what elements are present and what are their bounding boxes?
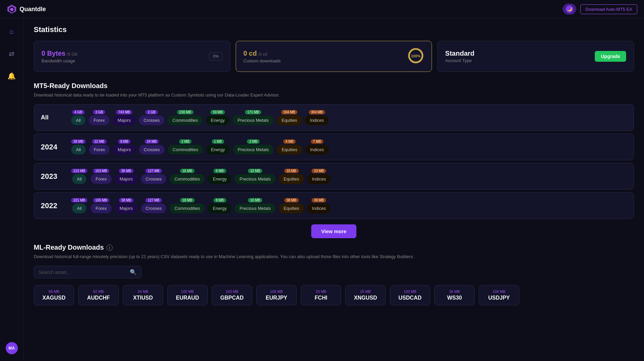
- asset-card-xtiusd[interactable]: 34 MB XTIUSD: [123, 285, 163, 305]
- asset-card-gbpcad[interactable]: 103 MB GBPCAD: [212, 285, 252, 305]
- year-2023-row: 2023 213 MB All 163 MB Forex 36 MB Major…: [41, 169, 627, 184]
- download-ea-button[interactable]: Download Auto-MT5 EA: [580, 4, 637, 14]
- chip-2022-forex[interactable]: 165 MB Forex: [91, 198, 111, 213]
- chip-2023-indices[interactable]: 33 MB Indices: [307, 169, 330, 184]
- chip-2024-indices[interactable]: 7 MB Indices: [305, 139, 329, 155]
- chip-2023-forex[interactable]: 163 MB Forex: [91, 169, 111, 184]
- asset-card-fchi[interactable]: 33 MB FCHI: [301, 285, 341, 305]
- asset-card-usdcad[interactable]: 103 MB USDCAD: [390, 285, 430, 305]
- chip-2022-precious-metals[interactable]: 10 MB Precious Metals: [235, 198, 275, 213]
- stats-row: 0 Bytes /5 GB Bandwidth usage 0% 0 cd /0…: [34, 41, 634, 72]
- year-2022-label: 2022: [41, 201, 68, 210]
- user-avatar[interactable]: MA: [6, 342, 18, 354]
- svg-text:100%: 100%: [411, 54, 420, 58]
- chip-2023-precious-metals[interactable]: 10 MB Precious Metals: [235, 169, 275, 184]
- bandwidth-value: 0 Bytes /5 GB: [41, 50, 77, 57]
- mt5-section-title: MT5-Ready Downloads: [34, 82, 634, 90]
- year-2024-section: 2024 28 MB All 22 MB Forex 8 MB Majors 2…: [34, 134, 634, 160]
- asset-cards-row: 68 MB XAGUSD 92 MB AUDCHF 34 MB XTIUSD 1…: [34, 285, 634, 305]
- upgrade-button[interactable]: Upgrade: [595, 51, 626, 62]
- custom-downloads-label: Custom downloads: [243, 58, 281, 63]
- search-input[interactable]: [39, 270, 127, 275]
- asset-card-usdjpy[interactable]: 104 MB USDJPY: [479, 285, 519, 305]
- custom-downloads-number: 0 cd: [243, 50, 257, 57]
- year-2022-section: 2022 221 MB All 165 MB Forex 38 MB Major…: [34, 192, 634, 219]
- chip-2022-majors[interactable]: 38 MB Majors: [115, 198, 138, 213]
- nav-transfer-icon[interactable]: ⇄: [6, 48, 18, 60]
- ml-section-desc: Download historical full-range minutely …: [34, 254, 634, 259]
- asset-card-eurjpy[interactable]: 109 MB EURJPY: [256, 285, 297, 305]
- ml-info-icon[interactable]: i: [107, 245, 113, 251]
- header-actions: 🌙 Download Auto-MT5 EA: [563, 4, 637, 15]
- chip-2023-all[interactable]: 213 MB All: [71, 169, 87, 184]
- chip-2023-majors[interactable]: 36 MB Majors: [115, 169, 138, 184]
- chip-all-all[interactable]: 4 GB All: [71, 110, 85, 125]
- all-download-row: All 4 GB All 3 GB Forex 743 MB Majors 2 …: [41, 110, 627, 125]
- chip-2022-all[interactable]: 221 MB All: [71, 198, 87, 213]
- asset-card-ws30[interactable]: 36 MB WS30: [434, 285, 475, 305]
- ml-section-title: ML-Ready Downloads i: [34, 244, 634, 251]
- asset-card-xngusd[interactable]: 25 MB XNGUSD: [345, 285, 386, 305]
- chip-2024-equities[interactable]: 4 MB Equities: [277, 139, 302, 155]
- account-subtitle: Account Type: [445, 58, 474, 63]
- asset-card-euraud[interactable]: 100 MB EURAUD: [167, 285, 208, 305]
- bandwidth-unit: /5 GB: [67, 52, 78, 57]
- chip-2023-crosses[interactable]: 127 MB Crosses: [141, 169, 167, 184]
- chip-all-energy[interactable]: 59 MB Energy: [206, 110, 229, 125]
- chip-2024-majors[interactable]: 8 MB Majors: [113, 139, 136, 155]
- chip-all-crosses[interactable]: 2 GB Crosses: [139, 110, 165, 125]
- chip-2024-crosses[interactable]: 24 MB Crosses: [139, 139, 165, 155]
- custom-downloads-circle: 100%: [407, 47, 424, 65]
- main-content: Statistics 0 Bytes /5 GB Bandwidth usage…: [24, 19, 644, 361]
- chip-2022-energy[interactable]: 8 MB Energy: [208, 198, 231, 213]
- left-nav: ⌂ ⇄ 🔔 MA: [0, 19, 24, 361]
- all-row-section: All 4 GB All 3 GB Forex 743 MB Majors 2 …: [34, 104, 634, 131]
- view-more-button[interactable]: View more: [311, 224, 357, 238]
- year-2022-row: 2022 221 MB All 165 MB Forex 38 MB Major…: [41, 198, 627, 213]
- chip-all-commodities[interactable]: 230 MB Commodities: [168, 110, 203, 125]
- chip-2024-forex[interactable]: 22 MB Forex: [89, 139, 110, 155]
- chip-all-forex[interactable]: 3 GB Forex: [89, 110, 109, 125]
- custom-downloads-card: 0 cd /0 cd Custom downloads 100%: [236, 41, 432, 72]
- custom-downloads-value: 0 cd /0 cd: [243, 50, 281, 57]
- nav-notifications-icon[interactable]: 🔔: [6, 70, 18, 82]
- search-bar: 🔍: [34, 266, 142, 278]
- search-icon: 🔍: [130, 269, 137, 275]
- chip-2022-crosses[interactable]: 127 MB Crosses: [141, 198, 167, 213]
- account-type-card: Standard Account Type Upgrade: [437, 41, 634, 72]
- chip-all-indices[interactable]: 304 MB Indices: [305, 110, 328, 125]
- app-header: Quantdle 🌙 Download Auto-MT5 EA: [0, 0, 644, 19]
- chip-2022-commodities[interactable]: 18 MB Commodities: [170, 198, 205, 213]
- chip-2023-energy[interactable]: 6 MB Energy: [208, 169, 231, 184]
- chip-all-precious-metals[interactable]: 171 MB Precious Metals: [233, 110, 273, 125]
- logo: Quantdle: [7, 4, 46, 14]
- chip-all-majors[interactable]: 743 MB Majors: [113, 110, 136, 125]
- bandwidth-percent: 0%: [209, 52, 222, 60]
- chip-2024-commodities[interactable]: 2 MB Commodities: [168, 139, 203, 155]
- bandwidth-label: Bandwidth usage: [41, 58, 77, 63]
- view-more-container: View more: [34, 224, 634, 238]
- year-2024-label: 2024: [41, 143, 68, 151]
- chip-2023-commodities[interactable]: 16 MB Commodities: [170, 169, 205, 184]
- asset-card-xagusd[interactable]: 68 MB XAGUSD: [34, 285, 74, 305]
- chip-2024-energy[interactable]: 1 MB Energy: [206, 139, 230, 155]
- account-type: Standard: [445, 50, 474, 57]
- chip-2022-indices[interactable]: 38 MB Indices: [307, 198, 330, 213]
- account-info: Standard Account Type: [445, 50, 474, 63]
- chip-2024-all[interactable]: 28 MB All: [71, 139, 86, 155]
- theme-toggle[interactable]: 🌙: [563, 4, 576, 15]
- chip-2024-precious-metals[interactable]: 2 MB Precious Metals: [233, 139, 273, 155]
- mt5-section-desc: Download historical data ready to be loa…: [34, 92, 634, 98]
- bandwidth-card: 0 Bytes /5 GB Bandwidth usage 0%: [34, 41, 230, 72]
- asset-card-audchf[interactable]: 92 MB AUDCHF: [78, 285, 119, 305]
- page-title: Statistics: [34, 25, 634, 34]
- logo-text: Quantdle: [20, 6, 46, 13]
- chip-all-equities[interactable]: 304 MB Equities: [277, 110, 302, 125]
- all-label: All: [41, 114, 68, 121]
- year-2024-row: 2024 28 MB All 22 MB Forex 8 MB Majors 2…: [41, 139, 627, 155]
- bandwidth-info: 0 Bytes /5 GB Bandwidth usage: [41, 50, 77, 63]
- nav-home-icon[interactable]: ⌂: [6, 25, 18, 37]
- bandwidth-number: 0 Bytes: [41, 50, 65, 57]
- chip-2022-equities[interactable]: 38 MB Equities: [279, 198, 304, 213]
- chip-2023-equities[interactable]: 33 MB Equities: [279, 169, 304, 184]
